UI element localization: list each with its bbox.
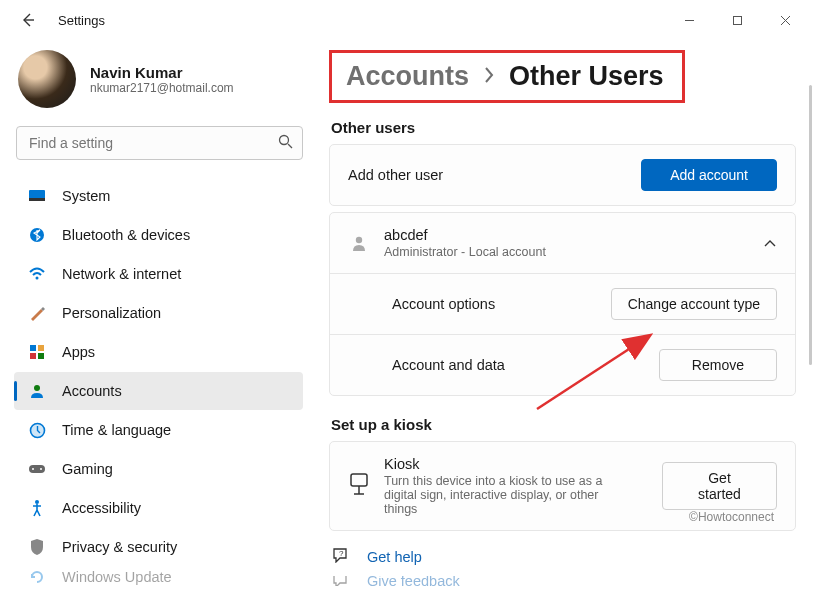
sidebar-item-personalization[interactable]: Personalization bbox=[14, 294, 303, 332]
sidebar: Navin Kumar nkumar2171@hotmail.com Syste… bbox=[0, 40, 315, 612]
maximize-button[interactable] bbox=[714, 5, 760, 35]
remove-button[interactable]: Remove bbox=[659, 349, 777, 381]
svg-point-5 bbox=[36, 277, 39, 280]
sidebar-item-privacy[interactable]: Privacy & security bbox=[14, 528, 303, 566]
avatar bbox=[18, 50, 76, 108]
svg-point-1 bbox=[280, 136, 289, 145]
svg-rect-12 bbox=[29, 465, 45, 473]
window-title: Settings bbox=[58, 13, 105, 28]
nav-list: System Bluetooth & devices Network & int… bbox=[10, 176, 315, 588]
svg-rect-6 bbox=[30, 345, 36, 351]
chevron-right-icon bbox=[483, 66, 495, 87]
svg-rect-9 bbox=[38, 353, 44, 359]
person-icon bbox=[28, 382, 46, 400]
svg-text:?: ? bbox=[339, 549, 344, 558]
get-help-label: Get help bbox=[367, 549, 422, 565]
wifi-icon bbox=[28, 265, 46, 283]
svg-point-10 bbox=[34, 385, 40, 391]
add-account-button[interactable]: Add account bbox=[641, 159, 777, 191]
sidebar-item-system[interactable]: System bbox=[14, 177, 303, 215]
main-scrollbar[interactable] bbox=[809, 85, 812, 365]
sidebar-item-label: Time & language bbox=[62, 422, 171, 438]
user-card: abcdef Administrator - Local account Acc… bbox=[329, 212, 796, 396]
update-icon bbox=[28, 568, 46, 586]
gamepad-icon bbox=[28, 460, 46, 478]
sidebar-item-label: Privacy & security bbox=[62, 539, 177, 555]
add-other-user-label: Add other user bbox=[348, 167, 443, 183]
apps-icon bbox=[28, 343, 46, 361]
profile-name: Navin Kumar bbox=[90, 64, 234, 81]
user-card-header[interactable]: abcdef Administrator - Local account bbox=[330, 213, 795, 273]
breadcrumb: Accounts Other Users bbox=[329, 50, 685, 103]
svg-rect-7 bbox=[38, 345, 44, 351]
profile-block[interactable]: Navin Kumar nkumar2171@hotmail.com bbox=[10, 40, 315, 126]
sidebar-item-time-language[interactable]: Time & language bbox=[14, 411, 303, 449]
sidebar-item-apps[interactable]: Apps bbox=[14, 333, 303, 371]
kiosk-icon bbox=[348, 472, 370, 501]
watermark-text: ©Howtoconnect bbox=[689, 510, 774, 524]
feedback-icon bbox=[331, 576, 349, 586]
close-button[interactable] bbox=[762, 5, 808, 35]
minimize-button[interactable] bbox=[666, 5, 712, 35]
account-options-label: Account options bbox=[392, 296, 495, 312]
sidebar-item-label: Gaming bbox=[62, 461, 113, 477]
sidebar-item-label: Accounts bbox=[62, 383, 122, 399]
svg-point-13 bbox=[32, 468, 34, 470]
svg-point-16 bbox=[356, 237, 362, 243]
svg-rect-3 bbox=[29, 198, 45, 201]
profile-email: nkumar2171@hotmail.com bbox=[90, 81, 234, 95]
kiosk-title: Kiosk bbox=[384, 456, 634, 472]
sidebar-item-label: Accessibility bbox=[62, 500, 141, 516]
account-data-label: Account and data bbox=[392, 357, 505, 373]
give-feedback-label: Give feedback bbox=[367, 576, 460, 586]
user-role: Administrator - Local account bbox=[384, 245, 546, 259]
bluetooth-icon bbox=[28, 226, 46, 244]
sidebar-item-label: System bbox=[62, 188, 110, 204]
section-header-kiosk: Set up a kiosk bbox=[331, 416, 796, 433]
clock-icon bbox=[28, 421, 46, 439]
section-header-other-users: Other users bbox=[331, 119, 796, 136]
user-icon bbox=[348, 234, 370, 252]
sidebar-item-windows-update[interactable]: Windows Update bbox=[14, 567, 303, 587]
sidebar-item-gaming[interactable]: Gaming bbox=[14, 450, 303, 488]
get-started-button[interactable]: Get started bbox=[662, 462, 777, 510]
back-button[interactable] bbox=[14, 6, 42, 34]
sidebar-item-accessibility[interactable]: Accessibility bbox=[14, 489, 303, 527]
main-content: Accounts Other Users Other users Add oth… bbox=[315, 40, 814, 612]
user-name: abcdef bbox=[384, 227, 546, 243]
breadcrumb-parent[interactable]: Accounts bbox=[346, 61, 469, 92]
kiosk-description: Turn this device into a kiosk to use as … bbox=[384, 474, 634, 516]
sidebar-item-label: Windows Update bbox=[62, 569, 172, 585]
svg-rect-17 bbox=[351, 474, 367, 486]
search-icon bbox=[278, 134, 293, 152]
svg-point-15 bbox=[35, 500, 39, 504]
brush-icon bbox=[28, 304, 46, 322]
sidebar-item-network[interactable]: Network & internet bbox=[14, 255, 303, 293]
system-icon bbox=[28, 187, 46, 205]
svg-point-14 bbox=[40, 468, 42, 470]
get-help-link[interactable]: ? Get help bbox=[331, 547, 796, 566]
sidebar-item-accounts[interactable]: Accounts bbox=[14, 372, 303, 410]
sidebar-item-label: Personalization bbox=[62, 305, 161, 321]
svg-rect-0 bbox=[733, 16, 741, 24]
accessibility-icon bbox=[28, 499, 46, 517]
breadcrumb-current: Other Users bbox=[509, 61, 664, 92]
change-account-type-button[interactable]: Change account type bbox=[611, 288, 777, 320]
help-icon: ? bbox=[331, 547, 349, 566]
sidebar-item-label: Apps bbox=[62, 344, 95, 360]
shield-icon bbox=[28, 538, 46, 556]
add-user-card: Add other user Add account bbox=[329, 144, 796, 206]
search-input[interactable] bbox=[16, 126, 303, 160]
give-feedback-link[interactable]: Give feedback bbox=[331, 576, 796, 586]
sidebar-item-bluetooth[interactable]: Bluetooth & devices bbox=[14, 216, 303, 254]
chevron-up-icon bbox=[763, 235, 777, 251]
svg-rect-8 bbox=[30, 353, 36, 359]
sidebar-item-label: Bluetooth & devices bbox=[62, 227, 190, 243]
sidebar-item-label: Network & internet bbox=[62, 266, 181, 282]
